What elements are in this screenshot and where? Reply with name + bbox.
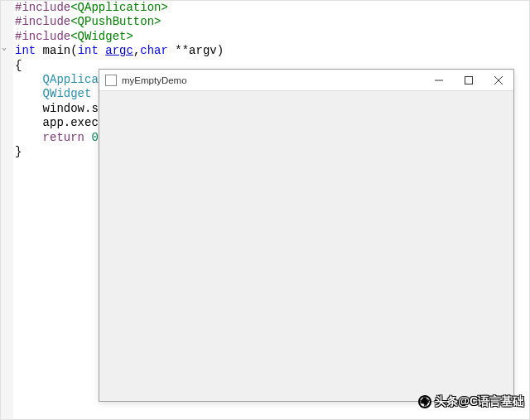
param-argc: argc — [105, 44, 133, 57]
watermark-text: 头条@C语言基础 — [435, 394, 524, 409]
keyword-int: int — [78, 44, 99, 57]
keyword-char: char — [140, 44, 168, 57]
watermark-logo-icon: 今 — [418, 395, 431, 408]
close-button[interactable] — [484, 70, 513, 91]
preproc-include: #include — [15, 30, 70, 43]
watermark: 今 头条@C语言基础 — [418, 394, 524, 409]
window-client-area — [99, 91, 513, 401]
class-qapplication: QApplicat — [43, 73, 106, 86]
literal-zero: 0 — [91, 131, 98, 144]
indent — [15, 131, 43, 144]
minimize-button[interactable] — [424, 70, 454, 91]
header-qwidget: <QWidget> — [70, 30, 133, 43]
keyword-return: return — [43, 131, 84, 144]
indent — [15, 87, 43, 100]
maximize-icon — [465, 76, 473, 84]
func-main: main( — [36, 44, 77, 57]
class-qwidget: QWidget — [43, 87, 92, 100]
preproc-include: #include — [15, 15, 70, 28]
code-line: app.exec( — [15, 116, 105, 129]
window-title: myEmptyDemo — [122, 75, 424, 85]
preproc-include: #include — [15, 1, 70, 14]
application-window[interactable]: myEmptyDemo — [99, 69, 514, 402]
editor-gutter — [1, 1, 13, 419]
svg-rect-1 — [465, 76, 473, 84]
maximize-button[interactable] — [454, 70, 484, 91]
fold-marker-icon[interactable]: ⌄ — [2, 42, 7, 52]
brace-close: } — [15, 145, 22, 158]
window-icon — [105, 75, 117, 86]
close-icon — [494, 76, 503, 84]
indent — [15, 73, 43, 86]
header-qpushbutton: <QPushButton> — [70, 15, 161, 28]
minimize-icon — [435, 76, 443, 84]
code-line: window.sh — [15, 102, 105, 115]
param-argv: **argv) — [168, 44, 224, 57]
header-qapplication: <QApplication> — [70, 1, 168, 14]
keyword-int: int — [15, 44, 36, 57]
window-titlebar[interactable]: myEmptyDemo — [99, 70, 513, 91]
brace-open: { — [15, 59, 22, 72]
